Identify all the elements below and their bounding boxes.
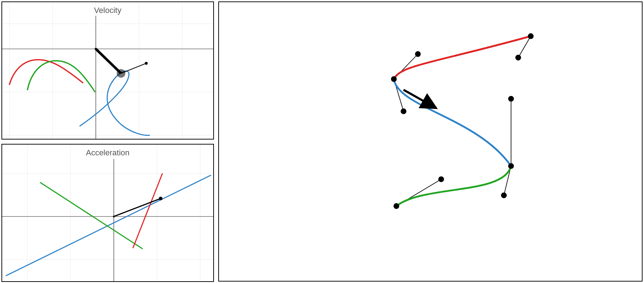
handle-point[interactable] [415, 51, 421, 57]
spline-canvas[interactable] [219, 2, 642, 281]
handle-point[interactable] [508, 96, 514, 102]
velocity-title: Velocity [2, 4, 213, 15]
velocity-panel: Velocity [1, 1, 214, 140]
spline-segment-blue[interactable] [394, 79, 511, 166]
svg-point-28 [113, 216, 115, 218]
anchor-point[interactable] [391, 76, 397, 82]
acceleration-curve-blue [6, 175, 211, 276]
svg-point-15 [95, 48, 97, 50]
anchor-point[interactable] [394, 203, 399, 209]
svg-point-27 [159, 197, 162, 200]
acceleration-curve-green [40, 182, 143, 249]
spline-segment-green[interactable] [396, 166, 511, 206]
velocity-curve-green [27, 61, 95, 92]
svg-point-14 [145, 62, 148, 65]
acceleration-plot [2, 145, 213, 281]
control-handles-lines [394, 36, 531, 206]
acceleration-title: Acceleration [2, 146, 213, 158]
acceleration-panel: Acceleration [1, 144, 214, 282]
spline-panel [218, 1, 643, 282]
velocity-plot [2, 2, 213, 139]
acceleration-grid [2, 145, 213, 281]
handle-point[interactable] [501, 192, 507, 198]
anchor-point[interactable] [508, 163, 514, 169]
velocity-curve-blue [80, 71, 150, 136]
acceleration-axes [2, 159, 213, 281]
svg-line-26 [114, 198, 161, 216]
acceleration-vector [113, 197, 163, 218]
anchor-point[interactable] [528, 33, 534, 39]
handle-point[interactable] [401, 108, 406, 114]
handle-point[interactable] [438, 176, 444, 182]
velocity-axes [2, 16, 213, 139]
handle-point[interactable] [515, 55, 521, 60]
svg-line-11 [96, 49, 121, 73]
svg-line-13 [121, 63, 146, 73]
velocity-curve-red [9, 60, 83, 85]
velocity-grid [2, 2, 213, 139]
velocity-vector [95, 48, 148, 78]
